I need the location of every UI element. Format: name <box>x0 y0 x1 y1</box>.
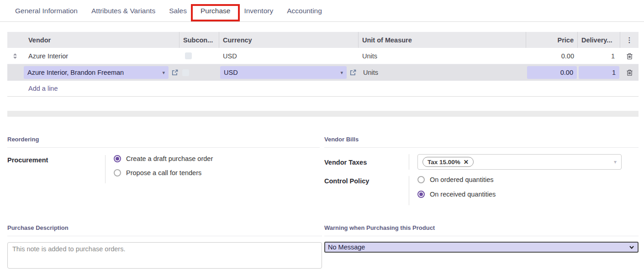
currency-external-link-button[interactable] <box>349 69 357 76</box>
tab-general-information[interactable]: General Information <box>8 0 84 21</box>
chevron-down-icon[interactable]: ▾ <box>337 70 343 76</box>
row-drag-handle[interactable] <box>7 53 23 59</box>
cell-subcontracted[interactable] <box>179 52 219 59</box>
radio-label: On received quantities <box>430 191 496 198</box>
radio-label: Create a draft purchase order <box>126 155 213 162</box>
tax-tag: Tax 15.00% ✕ <box>422 157 474 167</box>
row-delete-button[interactable] <box>620 52 639 60</box>
tax-tag-label: Tax 15.00% <box>428 159 460 166</box>
tab-purchase[interactable]: Purchase <box>194 0 237 21</box>
row-delete-button[interactable] <box>620 69 639 76</box>
notebook-tabbar: General Information Attributes & Variant… <box>0 0 644 22</box>
chevron-down-icon[interactable]: ▾ <box>158 70 165 76</box>
radio-label: Propose a call for tenders <box>126 169 201 176</box>
vendor-taxes-row: Vendor Taxes Tax 15.00% ✕ ▾ <box>324 154 639 170</box>
external-link-icon <box>349 69 357 76</box>
subcontracted-checkbox[interactable] <box>185 52 192 59</box>
tab-purchase-label: Purchase <box>201 7 230 15</box>
cell-price-editing: 0.00 <box>526 66 578 79</box>
section-title-purchase-description: Purchase Description <box>7 224 322 236</box>
radio-selected-icon[interactable] <box>417 191 425 198</box>
radio-unselected-icon[interactable] <box>114 169 121 176</box>
purchase-warning-value: No Message <box>328 244 365 251</box>
table-header-row: Vendor Subcon... Currency Unit of Measur… <box>7 32 639 48</box>
radio-on-ordered-quantities[interactable]: On ordered quantities <box>417 176 639 183</box>
column-header-subcontracted[interactable]: Subcon... <box>179 32 219 48</box>
control-policy-options: On ordered quantities On received quanti… <box>409 176 639 205</box>
column-header-price[interactable]: Price <box>526 32 578 48</box>
vendor-taxes-label: Vendor Taxes <box>324 154 409 170</box>
price-input[interactable]: 0.00 <box>527 66 577 79</box>
table-row-editing: Azure Interior, Brandon Freeman ▾ USD ▾ <box>7 64 639 81</box>
cell-uom-editing[interactable]: Units <box>359 69 526 76</box>
radio-unselected-icon[interactable] <box>417 176 425 183</box>
column-options-button[interactable]: ⋮ <box>620 32 639 48</box>
cell-vendor[interactable]: Azure Interior <box>23 52 179 60</box>
reordering-section: Reordering Procurement Create a draft pu… <box>7 136 320 183</box>
tab-sales[interactable]: Sales <box>162 0 194 21</box>
chevron-down-icon <box>628 244 635 250</box>
tab-attributes-variants[interactable]: Attributes & Variants <box>84 0 162 21</box>
radio-propose-call-for-tenders[interactable]: Propose a call for tenders <box>114 169 320 176</box>
procurement-row: Procurement Create a draft purchase orde… <box>7 155 320 183</box>
tab-inventory[interactable]: Inventory <box>237 0 280 21</box>
add-line-row: Add a line <box>7 81 639 97</box>
column-header-vendor[interactable]: Vendor <box>23 32 179 48</box>
tab-accounting[interactable]: Accounting <box>280 0 329 21</box>
radio-selected-icon[interactable] <box>114 155 121 162</box>
currency-combobox[interactable]: USD ▾ <box>220 66 347 79</box>
column-header-currency[interactable]: Currency <box>219 32 359 48</box>
cell-delivery-editing: 1 <box>578 66 620 79</box>
radio-create-draft-purchase-order[interactable]: Create a draft purchase order <box>114 155 320 162</box>
vendor-taxes-field: Tax 15.00% ✕ ▾ <box>409 154 639 170</box>
vendor-combobox[interactable]: Azure Interior, Brandon Freeman ▾ <box>24 66 169 79</box>
cell-currency-editing: USD ▾ <box>219 66 359 79</box>
currency-value: USD <box>224 69 238 76</box>
tag-remove-icon[interactable]: ✕ <box>464 158 469 166</box>
cell-subcontracted-editing[interactable] <box>179 69 219 76</box>
trash-icon <box>626 52 633 60</box>
section-title-purchase-warning: Warning when Purchasing this Product <box>324 224 639 236</box>
vendor-value: Azure Interior, Brandon Freeman <box>27 69 124 76</box>
cell-uom[interactable]: Units <box>359 52 526 60</box>
vendor-taxes-tags-input[interactable]: Tax 15.00% ✕ ▾ <box>417 154 622 170</box>
cell-currency[interactable]: USD <box>219 52 359 60</box>
purchase-warning-select[interactable]: No Message <box>324 242 639 253</box>
cell-delivery[interactable]: 1 <box>578 52 620 60</box>
cell-vendor-editing: Azure Interior, Brandon Freeman ▾ <box>23 66 179 79</box>
section-title-vendor-bills: Vendor Bills <box>324 136 639 148</box>
trash-icon <box>626 69 633 76</box>
vendor-bills-section: Vendor Bills Vendor Taxes Tax 15.00% ✕ ▾… <box>324 136 639 205</box>
purchase-warning-section: Warning when Purchasing this Product No … <box>324 224 639 253</box>
control-policy-row: Control Policy On ordered quantities On … <box>324 176 639 205</box>
radio-label: On ordered quantities <box>430 176 493 183</box>
cell-price[interactable]: 0.00 <box>526 52 578 60</box>
vendor-external-link-button[interactable] <box>171 69 179 76</box>
kebab-menu-icon: ⋮ <box>626 36 633 44</box>
column-header-uom[interactable]: Unit of Measure <box>359 32 526 48</box>
radio-on-received-quantities[interactable]: On received quantities <box>417 191 639 198</box>
procurement-label: Procurement <box>7 155 105 183</box>
subcontracted-checkbox[interactable] <box>182 69 189 76</box>
chevron-down-icon[interactable]: ▾ <box>614 159 617 165</box>
header-handle-spacer <box>7 32 23 48</box>
purchase-description-textarea[interactable] <box>7 242 322 269</box>
table-row: Azure Interior USD Units 0.00 1 <box>7 48 639 64</box>
vendor-pricelist-table: Vendor Subcon... Currency Unit of Measur… <box>7 32 639 97</box>
horizontal-scrollbar[interactable] <box>7 111 639 117</box>
section-title-reordering: Reordering <box>7 136 320 148</box>
column-header-delivery[interactable]: Delivery... <box>578 32 620 48</box>
purchase-description-section: Purchase Description <box>7 224 322 270</box>
external-link-icon <box>171 69 179 76</box>
control-policy-label: Control Policy <box>324 176 409 205</box>
delivery-lead-time-input[interactable]: 1 <box>579 66 619 79</box>
drag-sort-icon <box>12 53 18 59</box>
procurement-options: Create a draft purchase order Propose a … <box>105 155 320 183</box>
add-a-line-link[interactable]: Add a line <box>28 85 58 92</box>
